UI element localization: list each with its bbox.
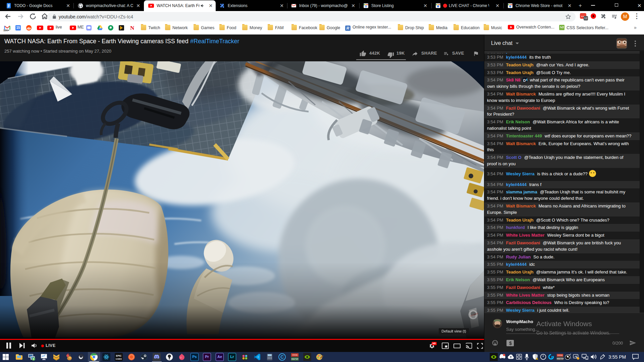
- svg-text:C: C: [280, 354, 284, 360]
